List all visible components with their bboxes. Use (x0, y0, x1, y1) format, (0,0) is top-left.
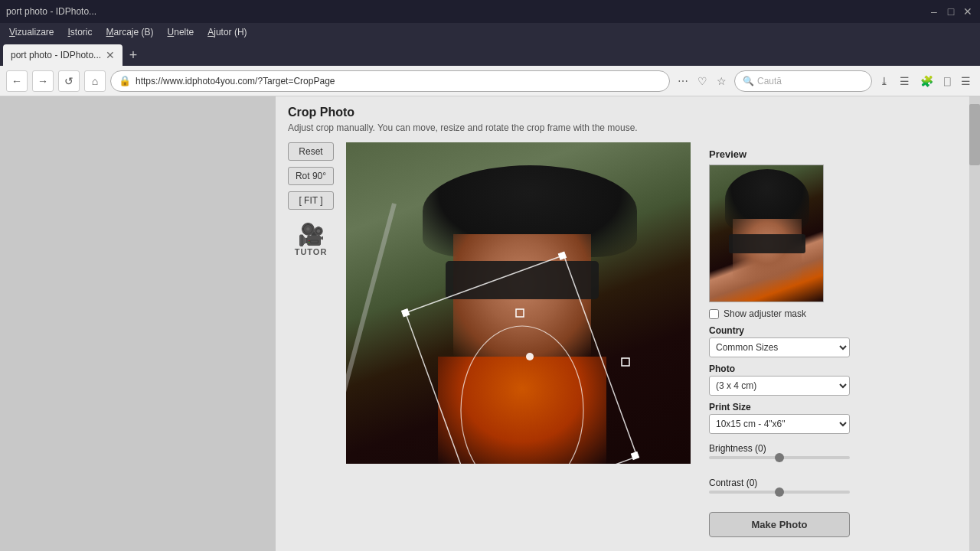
close-button[interactable]: ✕ (962, 5, 974, 18)
new-tab-button[interactable]: + (122, 44, 144, 66)
left-sidebar (0, 96, 276, 551)
crop-image-container[interactable] (346, 142, 691, 464)
preview-label: Preview (709, 148, 850, 160)
crop-container: Reset Rot 90° [ FIT ] 🎥 TUTOR (288, 142, 968, 543)
active-tab[interactable]: port photo - IDPhoto... ✕ (3, 44, 122, 66)
address-bar[interactable]: 🔒 https://www.idphoto4you.com/?Target=Cr… (110, 70, 670, 92)
print-size-label: Print Size (709, 402, 850, 412)
preview-mask (729, 234, 805, 253)
menu-ajutor[interactable]: Ajutor (H) (201, 25, 253, 39)
page-subtitle: Adjust crop manually. You can move, resi… (288, 122, 968, 133)
show-adjuster-row: Show adjuster mask (709, 308, 850, 319)
tutor-label: TUTOR (295, 247, 328, 256)
print-size-dropdown[interactable]: 10x15 cm - 4"x6" 13x18 cm 15x20 cm (709, 414, 850, 434)
photo-section: Photo (3 x 4 cm) (4 x 5 cm) (2 x 2 in) (709, 364, 850, 396)
sidebar-icon[interactable]: ⎕ (941, 73, 953, 89)
nav-icons: ⋯ ♡ ☆ (675, 73, 730, 89)
minimize-button[interactable]: – (928, 5, 940, 18)
bookmark-icon[interactable]: ♡ (694, 73, 710, 89)
photo-dropdown[interactable]: (3 x 4 cm) (4 x 5 cm) (2 x 2 in) (709, 376, 850, 396)
menu-marcaje[interactable]: Marcaje (B) (100, 25, 160, 39)
brightness-label: Brightness (0) (709, 443, 850, 454)
star-icon[interactable]: ☆ (714, 73, 730, 89)
photo-background (346, 142, 691, 464)
home-button[interactable]: ⌂ (84, 70, 106, 92)
forward-button[interactable]: → (32, 70, 54, 92)
country-label: Country (709, 325, 850, 336)
menu-vizualizare[interactable]: Vizualizare (3, 25, 60, 39)
fit-button[interactable]: [ FIT ] (288, 191, 334, 210)
photo-label: Photo (709, 364, 850, 374)
maximize-button[interactable]: □ (945, 5, 957, 18)
brightness-section: Brightness (0) (709, 443, 850, 468)
mask-shape (446, 261, 599, 299)
scrollbar-thumb[interactable] (969, 104, 980, 165)
tutor-icon: 🎥 (298, 222, 325, 247)
page-title: Crop Photo (288, 106, 968, 119)
preview-image (709, 165, 824, 302)
contrast-label: Contrast (0) (709, 478, 850, 488)
overflow-icon[interactable]: ⋯ (675, 73, 691, 89)
menu-unelte[interactable]: Unelte (162, 25, 201, 39)
tab-bar: port photo - IDPhoto... ✕ + (0, 41, 980, 66)
crop-tools: Reset Rot 90° [ FIT ] 🎥 TUTOR (288, 142, 334, 543)
extension-icon[interactable]: 🧩 (917, 73, 936, 89)
print-size-section: Print Size 10x15 cm - 4"x6" 13x18 cm 15x… (709, 402, 850, 434)
menu-icon[interactable]: ☰ (958, 73, 974, 89)
window-controls: – □ ✕ (928, 5, 974, 18)
reset-button[interactable]: Reset (288, 142, 334, 161)
tab-label: port photo - IDPhoto... (11, 50, 101, 60)
show-adjuster-checkbox[interactable] (709, 309, 719, 319)
country-section: Country Common Sizes USA EU (709, 325, 850, 357)
search-placeholder: Caută (757, 76, 782, 86)
search-bar[interactable]: 🔍 Caută (734, 70, 872, 92)
right-panel: Preview Show adjuster mask Country (703, 142, 856, 543)
title-text: port photo - IDPhoto... (6, 6, 96, 17)
scrollbar[interactable] (969, 96, 980, 551)
nav-bar: ← → ↺ ⌂ 🔒 https://www.idphoto4you.com/?T… (0, 66, 980, 96)
page-body: Crop Photo Adjust crop manually. You can… (0, 96, 980, 551)
menu-istoric[interactable]: Istoric (62, 25, 99, 39)
menu-bar: Vizualizare Istoric Marcaje (B) Unelte A… (0, 23, 980, 41)
content-area: Crop Photo Adjust crop manually. You can… (276, 96, 980, 551)
show-adjuster-label: Show adjuster mask (724, 308, 806, 319)
url-text: https://www.idphoto4you.com/?Target=Crop… (136, 76, 662, 86)
brightness-track (709, 456, 850, 459)
shirt-shape (438, 357, 606, 464)
bar-chart-icon[interactable]: ☰ (897, 73, 913, 89)
tab-close-button[interactable]: ✕ (106, 49, 115, 61)
download-icon[interactable]: ⤓ (877, 73, 892, 89)
refresh-button[interactable]: ↺ (58, 70, 80, 92)
contrast-thumb[interactable] (775, 487, 784, 497)
contrast-section: Contrast (0) (709, 478, 850, 503)
brightness-thumb[interactable] (775, 453, 784, 462)
title-bar: port photo - IDPhoto... – □ ✕ (0, 0, 980, 23)
tutor-button[interactable]: 🎥 TUTOR (288, 222, 334, 256)
back-button[interactable]: ← (6, 70, 28, 92)
make-photo-button[interactable]: Make Photo (709, 512, 850, 537)
preview-section: Preview (709, 148, 850, 302)
search-icon: 🔍 (743, 76, 754, 86)
rotate-button[interactable]: Rot 90° (288, 167, 334, 185)
country-dropdown[interactable]: Common Sizes USA EU (709, 337, 850, 357)
contrast-track (709, 491, 850, 494)
lock-icon: 🔒 (119, 75, 131, 86)
